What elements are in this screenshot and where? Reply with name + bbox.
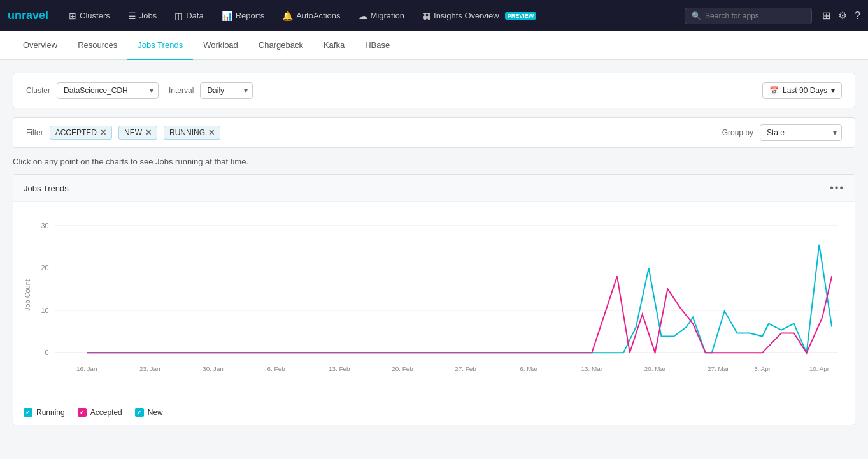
svg-text:13. Mar: 13. Mar — [581, 365, 603, 372]
svg-text:16. Jan: 16. Jan — [76, 365, 97, 372]
clusters-icon: ⊞ — [69, 11, 76, 21]
legend-item-new[interactable]: New — [135, 408, 163, 417]
legend-label-running: Running — [36, 408, 65, 417]
svg-text:10: 10 — [41, 307, 49, 314]
top-navigation: unravel ⊞ Clusters ☰ Jobs ◫ Data 📊 Repor… — [0, 0, 868, 31]
search-icon: 🔍 — [692, 11, 701, 20]
filter-tag-accepted-label: ACCEPTED — [55, 128, 97, 137]
cluster-select[interactable]: DataScience_CDH — [57, 82, 159, 99]
insights-icon: ▦ — [422, 11, 430, 21]
svg-text:13. Feb: 13. Feb — [329, 365, 350, 372]
svg-text:Job Count: Job Count — [24, 279, 31, 311]
tab-kafka[interactable]: Kafka — [313, 31, 355, 60]
filter-tag-new-label: NEW — [124, 128, 142, 137]
svg-text:23. Jan: 23. Jan — [139, 365, 160, 372]
filter-tag-running-label: RUNNING — [169, 128, 205, 137]
filter-tag-running-remove[interactable]: ✕ — [208, 128, 215, 137]
search-container: 🔍 — [685, 8, 812, 24]
tab-resources[interactable]: Resources — [68, 31, 127, 60]
interval-section: Interval Daily Weekly Monthly — [169, 82, 253, 99]
group-by-section: Group by State User Queue Application Ty… — [722, 124, 842, 141]
app-logo: unravel — [8, 9, 48, 22]
interval-label: Interval — [169, 86, 194, 95]
tab-jobs-trends[interactable]: Jobs Trends — [127, 31, 193, 60]
tab-workload[interactable]: Workload — [193, 31, 248, 60]
svg-text:30. Jan: 30. Jan — [203, 365, 224, 372]
svg-text:0: 0 — [45, 349, 49, 356]
logo-text: unravel — [8, 9, 48, 22]
date-range-label: Last 90 Days — [783, 86, 827, 95]
calendar-icon: 📅 — [769, 86, 779, 95]
group-by-label: Group by — [722, 128, 753, 137]
tab-hbase[interactable]: HBase — [355, 31, 400, 60]
grid-icon[interactable]: ⊞ — [822, 10, 830, 22]
nav-autoactions-label: AutoActions — [296, 11, 340, 20]
date-range-chevron-icon: ▾ — [831, 86, 835, 95]
chart-card: Jobs Trends ••• 30 20 10 0 Job Count — [13, 174, 855, 425]
filter-tags-row: Filter ACCEPTED ✕ NEW ✕ RUNNING ✕ Group … — [13, 117, 855, 148]
nav-data[interactable]: ◫ Data — [167, 7, 211, 25]
svg-text:6. Feb: 6. Feb — [267, 365, 286, 372]
date-range-button[interactable]: 📅 Last 90 Days ▾ — [762, 82, 842, 99]
filter-label: Filter — [26, 128, 43, 137]
nav-migration[interactable]: ☁ Migration — [351, 7, 412, 25]
reports-icon: 📊 — [222, 11, 232, 21]
cluster-label: Cluster — [26, 86, 50, 95]
main-content: Cluster DataScience_CDH Interval Daily W… — [0, 60, 868, 459]
tab-chargeback[interactable]: Chargeback — [248, 31, 313, 60]
legend-item-accepted[interactable]: Accepted — [78, 408, 122, 417]
data-icon: ◫ — [174, 11, 183, 21]
chart-svg-container: 30 20 10 0 Job Count 16. Jan 23. Jan 30.… — [24, 212, 844, 393]
svg-text:27. Mar: 27. Mar — [708, 365, 729, 372]
interval-select[interactable]: Daily Weekly Monthly — [200, 82, 253, 99]
cluster-filter-row: Cluster DataScience_CDH Interval Daily W… — [13, 73, 855, 108]
autoactions-icon: 🔔 — [282, 11, 293, 21]
svg-text:20. Mar: 20. Mar — [644, 365, 666, 372]
chart-legend: Running Accepted New — [13, 403, 855, 425]
legend-checkbox-running — [24, 408, 32, 417]
filter-tag-new-remove[interactable]: ✕ — [145, 128, 152, 137]
svg-text:3. Apr: 3. Apr — [754, 365, 771, 372]
help-icon[interactable]: ? — [855, 10, 860, 22]
jobs-icon: ☰ — [128, 11, 136, 21]
nav-reports-label: Reports — [236, 11, 265, 20]
nav-reports[interactable]: 📊 Reports — [214, 7, 273, 25]
svg-text:10. Apr: 10. Apr — [809, 365, 830, 372]
nav-jobs[interactable]: ☰ Jobs — [120, 7, 164, 25]
chart-svg: 30 20 10 0 Job Count 16. Jan 23. Jan 30.… — [24, 212, 844, 391]
migration-icon: ☁ — [359, 11, 367, 21]
chart-title: Jobs Trends — [24, 184, 69, 193]
legend-checkbox-accepted — [78, 408, 87, 417]
chart-header: Jobs Trends ••• — [13, 175, 855, 202]
nav-migration-label: Migration — [371, 11, 404, 20]
legend-label-new: New — [148, 408, 163, 417]
nav-data-label: Data — [186, 11, 203, 20]
svg-text:6. Mar: 6. Mar — [520, 365, 538, 372]
settings-icon[interactable]: ⚙ — [838, 10, 847, 22]
tab-overview[interactable]: Overview — [13, 31, 68, 60]
svg-text:20: 20 — [41, 264, 49, 272]
filter-tag-running: RUNNING ✕ — [164, 126, 220, 140]
filter-tag-accepted-remove[interactable]: ✕ — [100, 128, 106, 137]
legend-item-running[interactable]: Running — [24, 408, 65, 417]
group-by-select-wrapper: State User Queue Application Type — [760, 124, 842, 141]
nav-clusters-label: Clusters — [80, 11, 110, 20]
nav-clusters[interactable]: ⊞ Clusters — [61, 7, 118, 25]
search-input[interactable] — [705, 11, 805, 20]
chart-body: 30 20 10 0 Job Count 16. Jan 23. Jan 30.… — [13, 202, 855, 403]
legend-checkbox-new — [135, 408, 144, 417]
cluster-section: Cluster DataScience_CDH — [26, 82, 159, 99]
group-by-select[interactable]: State User Queue Application Type — [760, 124, 842, 141]
nav-insights-label: Insights Overview — [434, 11, 499, 20]
preview-badge: PREVIEW — [505, 12, 537, 20]
info-text: Click on any point on the charts to see … — [13, 157, 855, 166]
legend-label-accepted: Accepted — [90, 408, 122, 417]
svg-text:30: 30 — [41, 222, 49, 229]
sub-navigation: Overview Resources Jobs Trends Workload … — [0, 31, 868, 60]
nav-insights[interactable]: ▦ Insights Overview PREVIEW — [415, 7, 544, 25]
nav-jobs-label: Jobs — [139, 11, 157, 20]
interval-select-wrapper: Daily Weekly Monthly — [200, 82, 253, 99]
chart-more-button[interactable]: ••• — [830, 182, 844, 194]
cluster-select-wrapper: DataScience_CDH — [57, 82, 159, 99]
nav-autoactions[interactable]: 🔔 AutoActions — [274, 7, 348, 25]
